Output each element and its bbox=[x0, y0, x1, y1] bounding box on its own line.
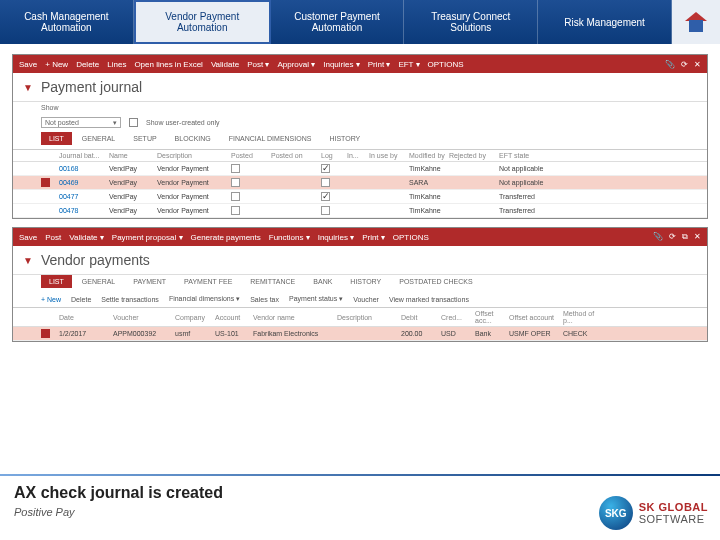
cell-posted-checkbox[interactable] bbox=[231, 178, 240, 187]
tab-list[interactable]: LIST bbox=[41, 275, 72, 288]
ribbon-delete[interactable]: Delete bbox=[76, 60, 99, 69]
ribbon-inquiries[interactable]: Inquiries ▾ bbox=[318, 233, 354, 242]
cell-log-checkbox[interactable] bbox=[321, 164, 330, 173]
tab-findim[interactable]: FINANCIAL DIMENSIONS bbox=[221, 132, 320, 145]
attach-icon[interactable]: 📎 bbox=[653, 232, 663, 242]
grid-row[interactable]: 00469 VendPay Vendor Payment SARA Not ap… bbox=[13, 176, 707, 190]
nav-tab-treasury[interactable]: Treasury Connect Solutions bbox=[404, 0, 538, 44]
tab-payment[interactable]: PAYMENT bbox=[125, 275, 174, 288]
tab-general[interactable]: GENERAL bbox=[74, 275, 123, 288]
ribbon-save[interactable]: Save bbox=[19, 60, 37, 69]
ribbon-excel[interactable]: Open lines in Excel bbox=[134, 60, 202, 69]
refresh-icon[interactable]: ⟳ bbox=[681, 60, 688, 69]
ribbon-validate[interactable]: Validate ▾ bbox=[69, 233, 104, 242]
tool-voucher[interactable]: Voucher bbox=[353, 296, 379, 303]
grid-row[interactable]: 00477 VendPay Vendor Payment TimKahne Tr… bbox=[13, 190, 707, 204]
tool-viewmarked[interactable]: View marked transactions bbox=[389, 296, 469, 303]
tab-list[interactable]: LIST bbox=[41, 132, 72, 145]
cell-batch[interactable]: 00477 bbox=[59, 193, 105, 200]
tool-findim[interactable]: Financial dimensions ▾ bbox=[169, 295, 240, 303]
logo-text-1: SK GLOBAL bbox=[639, 501, 708, 513]
ribbon-approval[interactable]: Approval ▾ bbox=[277, 60, 315, 69]
grid-row[interactable]: 00168 VendPay Vendor Payment TimKahne No… bbox=[13, 162, 707, 176]
tool-delete[interactable]: Delete bbox=[71, 296, 91, 303]
ribbon-inquiries[interactable]: Inquiries ▾ bbox=[323, 60, 359, 69]
ribbon-options[interactable]: OPTIONS bbox=[428, 60, 464, 69]
ribbon-eft[interactable]: EFT ▾ bbox=[398, 60, 419, 69]
show-select[interactable]: Not posted▾ bbox=[41, 117, 121, 128]
ribbon-save[interactable]: Save bbox=[19, 233, 37, 242]
cell-posted-checkbox[interactable] bbox=[231, 206, 240, 215]
ribbon-post[interactable]: Post bbox=[45, 233, 61, 242]
nav-tab-risk[interactable]: Risk Management bbox=[538, 0, 672, 44]
cell-company[interactable]: usmf bbox=[175, 330, 211, 337]
col-account: Account bbox=[215, 314, 249, 321]
cell-debit[interactable]: 200.00 bbox=[401, 330, 437, 337]
nav-tab-cash[interactable]: Cash Management Automation bbox=[0, 0, 134, 44]
attach-icon[interactable]: 📎 bbox=[665, 60, 675, 69]
grid-row[interactable]: 00478 VendPay Vendor Payment TimKahne Tr… bbox=[13, 204, 707, 218]
ribbon-new[interactable]: + New bbox=[45, 60, 68, 69]
collapse-caret-icon[interactable]: ▼ bbox=[23, 255, 33, 266]
cell-batch[interactable]: 00469 bbox=[59, 179, 105, 186]
home-button[interactable] bbox=[672, 0, 720, 44]
ribbon-validate[interactable]: Validate bbox=[211, 60, 239, 69]
ribbon-functions[interactable]: Functions ▾ bbox=[269, 233, 310, 242]
ribbon-print[interactable]: Print ▾ bbox=[362, 233, 385, 242]
ribbon-proposal[interactable]: Payment proposal ▾ bbox=[112, 233, 183, 242]
tool-paystatus[interactable]: Payment status ▾ bbox=[289, 295, 343, 303]
collapse-caret-icon[interactable]: ▼ bbox=[23, 82, 33, 93]
user-only-label: Show user-created only bbox=[146, 119, 220, 126]
tab-setup[interactable]: SETUP bbox=[125, 132, 164, 145]
tab-postdated[interactable]: POSTDATED CHECKS bbox=[391, 275, 480, 288]
tool-settle[interactable]: Settle transactions bbox=[101, 296, 159, 303]
cell-modby: SARA bbox=[409, 179, 445, 186]
cell-log-checkbox[interactable] bbox=[321, 206, 330, 215]
close-icon[interactable]: ✕ bbox=[694, 60, 701, 69]
tab-general[interactable]: GENERAL bbox=[74, 132, 123, 145]
cell-modby: TimKahne bbox=[409, 207, 445, 214]
ribbon-options[interactable]: OPTIONS bbox=[393, 233, 429, 242]
cell-posted-checkbox[interactable] bbox=[231, 164, 240, 173]
tab-history[interactable]: HISTORY bbox=[342, 275, 389, 288]
tab-history[interactable]: HISTORY bbox=[321, 132, 368, 145]
tool-salestax[interactable]: Sales tax bbox=[250, 296, 279, 303]
nav-tab-vendor[interactable]: Vendor Payment Automation bbox=[134, 0, 271, 44]
cell-date[interactable]: 1/2/2017 bbox=[59, 330, 109, 337]
cell-log-checkbox[interactable] bbox=[321, 192, 330, 201]
close-icon[interactable]: ✕ bbox=[694, 232, 701, 242]
form-tabs: LIST GENERAL PAYMENT PAYMENT FEE REMITTA… bbox=[13, 275, 707, 292]
cell-desc: Vendor Payment bbox=[157, 165, 227, 172]
user-only-checkbox[interactable] bbox=[129, 118, 138, 127]
cell-batch[interactable]: 00168 bbox=[59, 165, 105, 172]
ribbon-lines[interactable]: Lines bbox=[107, 60, 126, 69]
cell-log-checkbox[interactable] bbox=[321, 178, 330, 187]
cell-offtype[interactable]: Bank bbox=[475, 330, 505, 337]
col-postedon: Posted on bbox=[271, 152, 317, 159]
col-offtype: Offset acc... bbox=[475, 310, 505, 324]
tab-blocking[interactable]: BLOCKING bbox=[167, 132, 219, 145]
cell-posted-checkbox[interactable] bbox=[231, 192, 240, 201]
nav-tab-customer[interactable]: Customer Payment Automation bbox=[271, 0, 405, 44]
payments-grid: Date Voucher Company Account Vendor name… bbox=[13, 307, 707, 341]
refresh-icon[interactable]: ⟳ bbox=[669, 232, 676, 242]
ribbon-post[interactable]: Post ▾ bbox=[247, 60, 269, 69]
tab-paymentfee[interactable]: PAYMENT FEE bbox=[176, 275, 240, 288]
ribbon-generate[interactable]: Generate payments bbox=[191, 233, 261, 242]
tab-remittance[interactable]: REMITTANCE bbox=[242, 275, 303, 288]
popout-icon[interactable]: ⧉ bbox=[682, 232, 688, 242]
cell-cred[interactable]: USD bbox=[441, 330, 471, 337]
cell-batch[interactable]: 00478 bbox=[59, 207, 105, 214]
grid-row[interactable]: 1/2/2017 APPM000392 usmf US-101 Fabrikam… bbox=[13, 327, 707, 341]
tab-bank[interactable]: BANK bbox=[305, 275, 340, 288]
cell-account[interactable]: US-101 bbox=[215, 330, 249, 337]
cell-eft: Transferred bbox=[499, 193, 559, 200]
ribbon: Save + New Delete Lines Open lines in Ex… bbox=[13, 55, 707, 73]
cell-offacct[interactable]: USMF OPER bbox=[509, 330, 559, 337]
cell-name: VendPay bbox=[109, 165, 153, 172]
cell-method[interactable]: CHECK bbox=[563, 330, 601, 337]
ribbon-print[interactable]: Print ▾ bbox=[368, 60, 391, 69]
col-desc: Description bbox=[157, 152, 227, 159]
col-method: Method of p... bbox=[563, 310, 601, 324]
tool-new[interactable]: + New bbox=[41, 296, 61, 303]
